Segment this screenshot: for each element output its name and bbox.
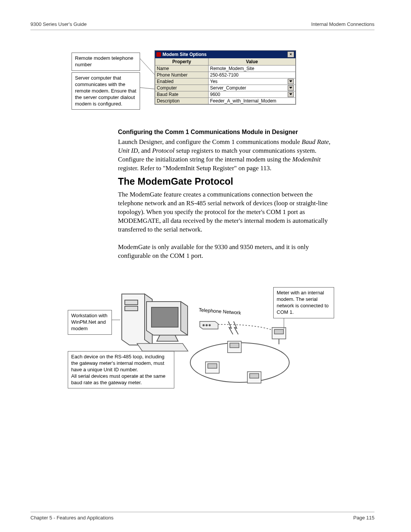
callout-rs485-loop: Each device on the RS-485 loop, includin… xyxy=(68,351,174,388)
property-name: Enabled xyxy=(155,78,209,85)
svg-point-6 xyxy=(206,324,207,326)
property-name: Baud Rate xyxy=(155,91,209,97)
property-value[interactable]: Server_Computer xyxy=(209,85,295,91)
property-row: ComputerServer_Computer xyxy=(155,85,296,91)
property-name: Description xyxy=(155,98,209,104)
value-text: Server_Computer xyxy=(210,85,246,91)
footer-left: Chapter 5 - Features and Applications xyxy=(30,515,113,521)
value-text: 9600 xyxy=(210,92,220,97)
text: register. Refer to "ModemInit Setup Regi… xyxy=(118,165,271,172)
callout-phone-number: Remote modem telephone number xyxy=(72,53,140,71)
footer-right: Page 115 xyxy=(353,515,374,521)
footer-rule xyxy=(30,512,374,512)
text-italic: Protocol xyxy=(152,147,175,154)
value-text: 250-652-7100 xyxy=(210,72,239,78)
svg-line-1 xyxy=(140,88,156,89)
header-left: 9300 Series User's Guide xyxy=(30,21,87,27)
svg-rect-12 xyxy=(230,343,239,348)
property-value: Remote_Modem_Site xyxy=(209,66,295,72)
header-right: Internal Modem Connections xyxy=(311,21,374,27)
chevron-down-icon[interactable] xyxy=(288,92,294,97)
section-title-modemgate: The ModemGate Protocol xyxy=(118,176,331,187)
page: 9300 Series User's Guide Internal Modem … xyxy=(0,0,411,532)
value-text: Feeder_A_with_Internal_Modem xyxy=(210,98,276,104)
svg-rect-16 xyxy=(250,374,259,378)
figure-modemgate-topology: Workstation with WinPM.Net and modem Met… xyxy=(65,286,346,401)
value-text: Remote_Modem_Site xyxy=(210,66,254,71)
modem-site-options-dialog: Modem Site Options × Property Value Name… xyxy=(155,50,296,105)
close-icon[interactable]: × xyxy=(287,51,294,58)
property-row: EnabledYes xyxy=(155,78,296,85)
col-property: Property xyxy=(155,58,209,65)
property-row: Baud Rate9600 xyxy=(155,91,296,98)
app-icon xyxy=(156,52,161,57)
figure-modem-site-options: Remote modem telephone number Server com… xyxy=(72,50,331,110)
chevron-down-icon[interactable] xyxy=(288,85,294,91)
callout-workstation: Workstation with WinPM.Net and modem xyxy=(68,310,112,335)
property-name: Phone Number xyxy=(155,72,209,78)
svg-line-0 xyxy=(140,59,156,76)
text: All serial devices must operate at the s… xyxy=(71,373,166,385)
text: Launch Designer, and configure the Comm … xyxy=(118,138,302,145)
dialog-rows: NameRemote_Modem_SitePhone Number250-652… xyxy=(155,66,296,104)
svg-rect-4 xyxy=(151,307,178,327)
value-text: Yes xyxy=(210,79,218,84)
text: and xyxy=(140,147,152,154)
svg-rect-3 xyxy=(125,306,138,311)
dialog-title-text: Modem Site Options xyxy=(162,52,207,57)
svg-point-5 xyxy=(203,324,204,326)
svg-rect-14 xyxy=(208,364,217,368)
property-row: Phone Number250-652-7100 xyxy=(155,72,296,78)
svg-rect-9 xyxy=(274,329,284,334)
property-value[interactable]: Yes xyxy=(209,78,295,85)
svg-point-7 xyxy=(209,324,210,326)
svg-rect-2 xyxy=(125,300,138,305)
callout-server-computer: Server computer that communicates with t… xyxy=(72,72,140,110)
property-row: DescriptionFeeder_A_with_Internal_Modem xyxy=(155,98,296,104)
property-row: NameRemote_Modem_Site xyxy=(155,66,296,72)
property-value: 250-652-7100 xyxy=(209,72,295,78)
para-modemgate-2: ModemGate is only available for the 9330… xyxy=(118,243,331,260)
para-modemgate-1: The ModemGate feature creates a communic… xyxy=(118,190,331,234)
subhead-configuring-comm1: Configuring the Comm 1 Communications Mo… xyxy=(118,129,331,136)
property-value: Feeder_A_with_Internal_Modem xyxy=(209,98,295,104)
property-value[interactable]: 9600 xyxy=(209,91,295,97)
dialog-titlebar: Modem Site Options × xyxy=(155,51,296,58)
text: Each device on the RS-485 loop, includin… xyxy=(71,354,164,372)
text: The ModemGate feature creates a communic… xyxy=(118,191,328,216)
property-name: Computer xyxy=(155,85,209,91)
callout-gateway-meter: Meter with an internal modem. The serial… xyxy=(273,287,334,318)
text-smallcaps: MODEMGATE xyxy=(118,217,159,224)
subsection-heading: Configuring the Comm 1 Communications Mo… xyxy=(118,129,331,136)
text-italic: ModemInit xyxy=(292,156,321,163)
chevron-down-icon[interactable] xyxy=(288,79,294,84)
col-value: Value xyxy=(209,58,295,65)
heading: The ModemGate Protocol xyxy=(118,176,331,187)
header-rule xyxy=(30,30,374,30)
property-name: Name xyxy=(155,66,209,72)
para-configuring-comm1: Launch Designer, and configure the Comm … xyxy=(118,138,331,173)
